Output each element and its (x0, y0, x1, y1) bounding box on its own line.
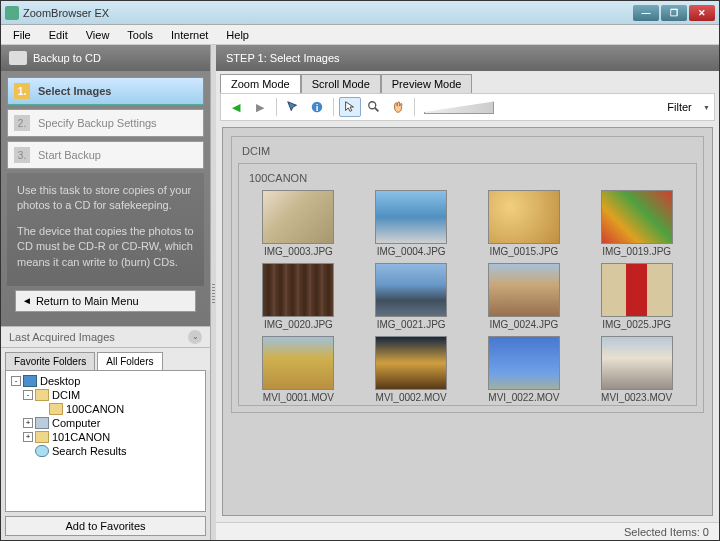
thumbnail-filename: MVI_0023.MOV (601, 392, 672, 403)
arrow-left-icon: ◀ (232, 101, 240, 114)
filter-label: Filter (667, 101, 691, 113)
thumbnail-filename: IMG_0004.JPG (377, 246, 446, 257)
selected-count: Selected Items: 0 (624, 526, 709, 538)
thumbnail[interactable]: IMG_0003.JPG (245, 190, 352, 257)
crumb-dcim[interactable]: DCIM (238, 143, 697, 159)
menu-file[interactable]: File (5, 27, 39, 43)
thumbnail[interactable]: MVI_0022.MOV (471, 336, 578, 403)
info-button[interactable]: i (306, 97, 328, 117)
tab-zoom-mode[interactable]: Zoom Mode (220, 74, 301, 93)
folder-icon (35, 445, 49, 457)
menu-internet[interactable]: Internet (163, 27, 216, 43)
menu-view[interactable]: View (78, 27, 118, 43)
crumb-100canon[interactable]: 100CANON (245, 170, 690, 186)
menu-help[interactable]: Help (218, 27, 257, 43)
step-label: Select Images (38, 85, 111, 97)
last-acquired-header[interactable]: Last Acquired Images ⌄ (1, 326, 210, 348)
svg-line-3 (375, 108, 379, 112)
filter-button[interactable]: Filter (667, 97, 689, 117)
tree-label: Desktop (40, 375, 80, 387)
step-label: Specify Backup Settings (38, 117, 157, 129)
close-button[interactable]: ✕ (689, 5, 715, 21)
thumbnail-browser[interactable]: DCIM 100CANON IMG_0003.JPGIMG_0004.JPGIM… (222, 127, 713, 516)
breadcrumb: DCIM 100CANON IMG_0003.JPGIMG_0004.JPGIM… (231, 136, 704, 413)
pointer-icon (343, 100, 357, 114)
hand-tool-button[interactable] (387, 97, 409, 117)
select-tool-button[interactable] (282, 97, 304, 117)
tree-item[interactable]: 100CANON (9, 402, 202, 416)
step-button-2[interactable]: 2.Specify Backup Settings (7, 109, 204, 137)
minimize-button[interactable]: — (633, 5, 659, 21)
thumbnail-image (375, 190, 447, 244)
task-header: Backup to CD (1, 45, 210, 71)
thumbnail[interactable]: MVI_0002.MOV (358, 336, 465, 403)
tree-item[interactable]: -DCIM (9, 388, 202, 402)
zoom-slider[interactable] (424, 100, 494, 114)
folder-icon (35, 431, 49, 443)
thumbnail-filename: IMG_0021.JPG (377, 319, 446, 330)
step-label: Start Backup (38, 149, 101, 161)
thumbnail-image (488, 336, 560, 390)
nav-back-button[interactable]: ◀ (225, 97, 247, 117)
pointer-tool-button[interactable] (339, 97, 361, 117)
add-to-favorites-button[interactable]: Add to Favorites (5, 516, 206, 536)
thumbnail[interactable]: IMG_0019.JPG (583, 190, 690, 257)
folder-icon (35, 389, 49, 401)
tree-toggle-icon[interactable]: + (23, 432, 33, 442)
thumbnail-grid: IMG_0003.JPGIMG_0004.JPGIMG_0015.JPGIMG_… (245, 190, 690, 403)
help-para-2: The device that copies the photos to CD … (17, 224, 194, 270)
tab-preview-mode[interactable]: Preview Mode (381, 74, 473, 93)
tree-label: Computer (52, 417, 100, 429)
tab-favorite-folders[interactable]: Favorite Folders (5, 352, 95, 370)
thumbnail-image (601, 263, 673, 317)
return-button[interactable]: ◄ Return to Main Menu (15, 290, 196, 312)
svg-text:i: i (316, 102, 319, 113)
return-arrow-icon: ◄ (22, 295, 32, 306)
menu-edit[interactable]: Edit (41, 27, 76, 43)
thumbnail[interactable]: MVI_0001.MOV (245, 336, 352, 403)
thumbnail[interactable]: IMG_0021.JPG (358, 263, 465, 330)
tree-item[interactable]: +101CANON (9, 430, 202, 444)
thumbnail[interactable]: IMG_0025.JPG (583, 263, 690, 330)
thumbnail[interactable]: MVI_0023.MOV (583, 336, 690, 403)
content-header: STEP 1: Select Images (216, 45, 719, 71)
folder-icon (35, 417, 49, 429)
tree-item[interactable]: +Computer (9, 416, 202, 430)
tab-scroll-mode[interactable]: Scroll Mode (301, 74, 381, 93)
sidebar: Backup to CD 1.Select Images2.Specify Ba… (1, 45, 211, 540)
titlebar[interactable]: ZoomBrowser EX — ❐ ✕ (1, 1, 719, 25)
menu-tools[interactable]: Tools (119, 27, 161, 43)
thumbnail[interactable]: IMG_0015.JPG (471, 190, 578, 257)
step-number: 3. (14, 147, 30, 163)
dropdown-arrow-icon[interactable]: ▼ (703, 104, 710, 111)
tree-toggle-icon[interactable]: + (23, 418, 33, 428)
thumbnail-image (375, 263, 447, 317)
thumbnail-image (375, 336, 447, 390)
thumbnail-filename: IMG_0019.JPG (602, 246, 671, 257)
nav-forward-button[interactable]: ▶ (249, 97, 271, 117)
zoom-tool-button[interactable] (363, 97, 385, 117)
thumbnail[interactable]: IMG_0004.JPG (358, 190, 465, 257)
thumbnail-image (601, 190, 673, 244)
step-button-1[interactable]: 1.Select Images (7, 77, 204, 105)
step-button-3[interactable]: 3.Start Backup (7, 141, 204, 169)
tree-item[interactable]: Search Results (9, 444, 202, 458)
statusbar: Selected Items: 0 (216, 522, 719, 540)
thumbnail-filename: IMG_0003.JPG (264, 246, 333, 257)
view-tabs: Zoom Mode Scroll Mode Preview Mode (216, 71, 719, 93)
maximize-button[interactable]: ❐ (661, 5, 687, 21)
folder-icon (23, 375, 37, 387)
folder-tree[interactable]: -Desktop-DCIM100CANON+Computer+101CANONS… (5, 370, 206, 512)
separator (414, 98, 415, 116)
thumbnail-filename: IMG_0024.JPG (489, 319, 558, 330)
tree-toggle-icon[interactable]: - (11, 376, 21, 386)
thumbnail[interactable]: IMG_0020.JPG (245, 263, 352, 330)
separator (333, 98, 334, 116)
step-heading: STEP 1: Select Images (226, 52, 340, 64)
tree-item[interactable]: -Desktop (9, 374, 202, 388)
thumbnail-image (262, 190, 334, 244)
content-area: STEP 1: Select Images Zoom Mode Scroll M… (216, 45, 719, 540)
tab-all-folders[interactable]: All Folders (97, 352, 162, 370)
thumbnail[interactable]: IMG_0024.JPG (471, 263, 578, 330)
tree-toggle-icon[interactable]: - (23, 390, 33, 400)
